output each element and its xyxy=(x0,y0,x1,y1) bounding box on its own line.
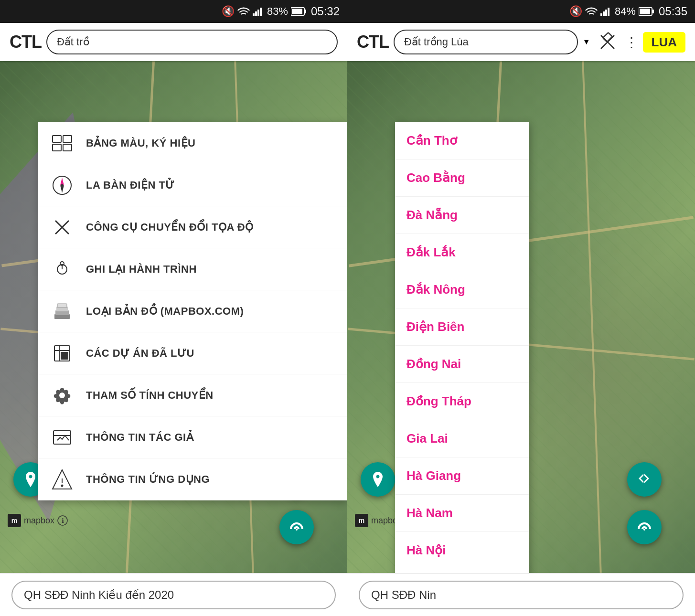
map-area-left: m mapbox ℹ BẢNG MÀU, KÝ HIỆU xyxy=(0,61,347,573)
menu-item-chuyen-doi[interactable]: CÔNG CỤ CHUYỂN ĐỔI TỌA ĐỘ xyxy=(38,206,347,248)
province-name-dong-nai: Đồng Nai xyxy=(406,357,461,372)
wifi-icon xyxy=(237,7,250,16)
svg-text:ℹ: ℹ xyxy=(62,517,64,524)
right-search-bar[interactable]: Đất trồng Lúa xyxy=(394,30,578,54)
app-logo: CTL xyxy=(10,32,42,52)
right-time: 05:35 xyxy=(659,5,687,18)
right-bottom-text-pill: QH SĐĐ Nin xyxy=(359,581,684,609)
svg-rect-3 xyxy=(260,8,262,16)
tools-icon[interactable] xyxy=(595,30,620,54)
loai-ban-do-icon xyxy=(50,299,75,324)
search-text: Đất trồ xyxy=(57,36,89,48)
mapbox-icon: m xyxy=(8,514,21,527)
province-item-ha-giang[interactable]: Hà Giang xyxy=(395,457,529,495)
menu-item-du-an[interactable]: CÁC DỰ ÁN ĐÃ LƯU xyxy=(38,332,347,374)
mute-icon: 🔇 xyxy=(222,5,235,18)
loai-ban-do-label: LOẠI BẢN ĐỒ (MAPBOX.COM) xyxy=(86,305,244,318)
tham-so-icon xyxy=(50,383,75,408)
mapbox-logo-left: m mapbox ℹ xyxy=(8,514,68,527)
right-app-logo: CTL xyxy=(357,32,389,52)
province-dropdown-menu: Cần Thơ Cao Bằng Đà Nẵng Đắk Lắk Đắk Nôn… xyxy=(395,122,529,573)
province-name-cao-bang: Cao Bằng xyxy=(406,170,465,185)
province-item-dong-nai[interactable]: Đồng Nai xyxy=(395,346,529,383)
right-bottom-text: QH SĐĐ Nin xyxy=(371,588,436,602)
svg-rect-43 xyxy=(603,32,612,42)
tac-gia-icon xyxy=(50,425,75,450)
province-item-dien-bien[interactable]: Điện Biên xyxy=(395,308,529,346)
battery-icon xyxy=(291,7,306,16)
svg-rect-0 xyxy=(253,13,255,16)
more-options-icon[interactable]: ⋮ xyxy=(625,34,638,50)
province-item-dong-thap[interactable]: Đồng Tháp xyxy=(395,383,529,420)
province-item-dak-lak[interactable]: Đắk Lắk xyxy=(395,234,529,271)
svg-rect-10 xyxy=(63,136,72,142)
province-name-dak-lak: Đắk Lắk xyxy=(406,245,456,260)
province-item-cao-bang[interactable]: Cao Bằng xyxy=(395,159,529,197)
signal-fab[interactable] xyxy=(279,510,314,544)
province-item-gia-lai[interactable]: Gia Lai xyxy=(395,420,529,457)
svg-rect-6 xyxy=(292,9,302,14)
province-item-da-nang[interactable]: Đà Nẵng xyxy=(395,197,529,234)
province-name-da-nang: Đà Nẵng xyxy=(406,208,458,223)
province-item-can-tho[interactable]: Cần Thơ xyxy=(395,122,529,159)
province-name-ha-giang: Hà Giang xyxy=(406,468,461,483)
right-mapbox-icon: m xyxy=(355,514,368,527)
menu-item-tac-gia[interactable]: THÔNG TIN TÁC GIẢ xyxy=(38,416,347,458)
lua-badge: LUA xyxy=(643,32,685,53)
menu-item-bang-mau[interactable]: BẢNG MÀU, KÝ HIỆU xyxy=(38,122,347,164)
province-name-dong-thap: Đồng Tháp xyxy=(406,394,471,409)
mapbox-text: mapbox xyxy=(24,516,54,526)
tham-so-label: THAM SỐ TÍNH CHUYỂN xyxy=(86,389,214,402)
svg-rect-40 xyxy=(640,9,650,14)
right-refresh-fab[interactable] xyxy=(627,462,662,497)
chuyen-doi-label: CÔNG CỤ CHUYỂN ĐỔI TỌA ĐỘ xyxy=(86,221,254,234)
right-battery-icon xyxy=(639,7,654,16)
search-bar[interactable]: Đất trồ xyxy=(46,30,338,54)
tac-gia-label: THÔNG TIN TÁC GIẢ xyxy=(86,431,193,444)
left-bottom-bar: QH SĐĐ Ninh Kiều đến 2020 xyxy=(0,573,347,616)
right-phone-panel: 🔇 84% 05:35 CTL Đất trồng Lúa ▼ ⋮ LUA xyxy=(347,0,695,616)
menu-item-la-ban[interactable]: LA BÀN ĐIỆN TỬ xyxy=(38,164,347,206)
menu-item-loai-ban-do[interactable]: LOẠI BẢN ĐỒ (MAPBOX.COM) xyxy=(38,290,347,332)
right-wifi-icon xyxy=(585,7,598,16)
province-dropdown-trigger[interactable]: ▼ xyxy=(583,38,590,46)
province-item-ha-tinh[interactable]: Hà Tĩnh xyxy=(395,569,529,573)
bang-mau-label: BẢNG MÀU, KÝ HIỆU xyxy=(86,137,195,149)
left-status-bar: 🔇 83% 05:32 xyxy=(0,0,347,23)
svg-rect-29 xyxy=(53,431,71,444)
la-ban-label: LA BÀN ĐIỆN TỬ xyxy=(86,179,175,191)
right-signal-fab[interactable] xyxy=(627,510,662,544)
province-name-ha-noi: Hà Nội xyxy=(406,543,446,558)
right-search-text: Đất trồng Lúa xyxy=(404,36,469,48)
right-signal-icon xyxy=(600,7,612,16)
svg-rect-24 xyxy=(57,304,67,308)
province-item-dak-nong[interactable]: Đắk Nông xyxy=(395,271,529,308)
hanh-trinh-label: GHI LẠI HÀNH TRÌNH xyxy=(86,263,197,276)
svg-rect-34 xyxy=(600,13,602,16)
menu-item-tham-so[interactable]: THAM SỐ TÍNH CHUYỂN xyxy=(38,374,347,416)
signal-icon xyxy=(253,7,264,16)
province-item-ha-nam[interactable]: Hà Nam xyxy=(395,495,529,532)
province-name-can-tho: Cần Thơ xyxy=(406,133,457,148)
right-location-fab[interactable] xyxy=(361,462,395,497)
map-area-right: m mapbox Cần Thơ Cao Bằng Đà Nẵng Đắk Lắ… xyxy=(347,61,695,573)
left-time: 05:32 xyxy=(311,5,340,18)
svg-rect-11 xyxy=(53,144,61,151)
right-mute-icon: 🔇 xyxy=(569,5,582,18)
svg-rect-2 xyxy=(257,10,259,16)
right-status-bar: 🔇 84% 05:35 xyxy=(347,0,695,23)
province-name-ha-nam: Hà Nam xyxy=(406,506,453,520)
left-app-bar: CTL Đất trồ xyxy=(0,23,347,61)
menu-item-ung-dung[interactable]: THÔNG TIN ỨNG DỤNG xyxy=(38,458,347,500)
province-name-gia-lai: Gia Lai xyxy=(406,431,448,446)
province-item-ha-noi[interactable]: Hà Nội xyxy=(395,532,529,569)
mapbox-info-icon: ℹ xyxy=(57,515,68,526)
svg-rect-12 xyxy=(63,144,72,151)
menu-item-hanh-trinh[interactable]: GHI LẠI HÀNH TRÌNH xyxy=(38,248,347,290)
bottom-text: QH SĐĐ Ninh Kiều đến 2020 xyxy=(24,588,174,602)
hanh-trinh-icon xyxy=(50,257,75,282)
bottom-text-pill: QH SĐĐ Ninh Kiều đến 2020 xyxy=(11,581,336,609)
svg-rect-1 xyxy=(255,11,257,16)
du-an-icon xyxy=(50,341,75,366)
svg-rect-39 xyxy=(652,10,654,13)
